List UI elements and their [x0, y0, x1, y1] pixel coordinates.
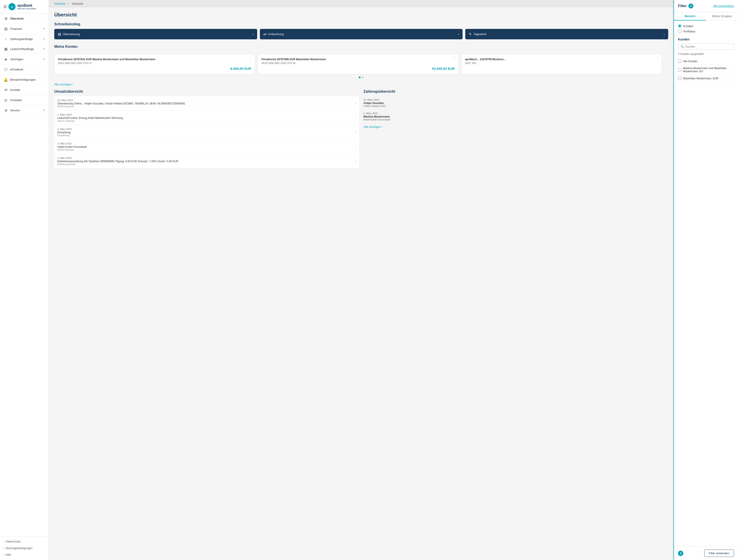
- tageslimit-icon: ✎: [469, 32, 472, 36]
- sidebar-item-finanzen[interactable]: ▤ Finanzen ▼: [0, 24, 49, 34]
- transaction-date-3: 3. März 2023: [57, 142, 87, 145]
- checkbox-maxima_maximilian[interactable]: [678, 68, 681, 72]
- transaction-item-0[interactable]: 10. März 2023 Überweisung Online; ; Antj…: [54, 96, 359, 111]
- transaction-item-1[interactable]: 3. März 2023 Lastschrift online; Einzug …: [54, 111, 359, 125]
- transaction-desc-3: Anteil Kosten Kurzurlaub: [57, 145, 87, 148]
- produkte-icon: ◎: [4, 98, 8, 102]
- checkbox-label-maximilian: Maximilian Mustermann, EUR: [683, 77, 734, 80]
- footer-item-datenschutz[interactable]: ›Datenschutz: [0, 538, 49, 545]
- transaction-date-0: 10. März 2023: [57, 99, 185, 101]
- konto-menu-2[interactable]: ⋮: [656, 57, 659, 60]
- umsatz-list: 10. März 2023 Überweisung Online; ; Antj…: [54, 96, 359, 168]
- radio-kunden[interactable]: [678, 24, 682, 28]
- kunden-search-box[interactable]: 🔍: [678, 43, 734, 50]
- zahlung-name-1: Maxima Mustermann: [363, 115, 668, 118]
- sidebar-item-vermoegen[interactable]: ◈ Vermögen ▼: [0, 54, 49, 64]
- konto-menu-1[interactable]: ⋮: [453, 57, 456, 60]
- konto-iban-2: DE87 300...: [465, 62, 658, 64]
- transaction-date-4: 3. März 2023: [57, 157, 178, 159]
- checkbox-label-alle_kunden: Alle Kunden: [683, 60, 734, 63]
- konto-title-0: Privatkonto 28797631 EUR Maxima Musterma…: [58, 58, 251, 61]
- konto-card-1: ⋮ Privatkonto 28797596 EUR Maximilian Mu…: [258, 54, 458, 74]
- breadcrumb-home[interactable]: Startseite: [54, 2, 66, 5]
- zahlung-list: 10. März 2023 Antjee Gouzdea Urlaub Holl…: [363, 96, 668, 123]
- checkbox-item-maxima_maximilian[interactable]: Maxima Mustermann und Maximilian Musterm…: [678, 65, 734, 75]
- sidebar-item-kontakt[interactable]: ✉ Kontakt: [0, 85, 49, 95]
- transaction-sub-4: Erhöhung Kredit: [57, 163, 178, 165]
- zahlung-desc-1: Anteil Kosten Kurzurlaub: [363, 118, 668, 121]
- pagination-dots: [54, 76, 668, 78]
- umbuchung-icon: ⇄: [264, 32, 266, 36]
- radio-portfolios[interactable]: [678, 30, 682, 33]
- konto-iban-0: DE53 3006 0601 0028 7976 31: [58, 62, 251, 64]
- umsatzuebersicht: Umsatzübersicht 10. März 2023 Überweisun…: [54, 90, 359, 168]
- sidebar-item-label-produkte: Produkte: [10, 98, 22, 102]
- umbuchung-button[interactable]: ⇄ Umbuchung ›: [260, 29, 463, 39]
- service-icon: ⊕: [4, 108, 8, 112]
- step-badge: 3: [678, 551, 683, 556]
- filter-apply-button[interactable]: Filter anwenden: [704, 550, 734, 557]
- konten-container: ⋮ Privatkonto 28797631 EUR Maxima Muster…: [54, 54, 668, 78]
- arrow-right-icon: ›: [382, 125, 383, 128]
- hamburger-icon[interactable]: ☰: [4, 5, 7, 9]
- filter-tab-bereich[interactable]: Bereich: [674, 12, 706, 20]
- chevron-down-icon: ▼: [43, 28, 45, 30]
- sidebar-item-produkte[interactable]: ◎ Produkte: [0, 95, 49, 105]
- kunden-search-input[interactable]: [685, 45, 732, 48]
- transaction-item-3[interactable]: 3. März 2023 Anteil Kosten Kurzurlaub SE…: [54, 139, 359, 154]
- konto-iban-1: DE28 3006 0601 0028 7975 96: [262, 62, 455, 64]
- konten-scroll: ⋮ Privatkonto 28797631 EUR Maxima Muster…: [54, 54, 668, 74]
- quick-actions: ▤ Überweisung › ⇄ Umbuchung › ✎ Tageslim…: [54, 29, 668, 39]
- arrow-icon: ›: [4, 540, 4, 543]
- radio-label-kunden: Kunden: [683, 24, 693, 28]
- checkbox-item-maximilian[interactable]: Maximilian Mustermann, EUR: [678, 75, 734, 82]
- arrow-right-icon: ›: [458, 32, 459, 36]
- transaction-desc-2: Einzahlung: [57, 131, 72, 134]
- ueberweisung-button[interactable]: ▤ Überweisung ›: [54, 29, 257, 39]
- zahlung-name-0: Antjee Gouzdea: [363, 101, 668, 105]
- transaction-sub-2: Einzahlung: [57, 134, 72, 137]
- konto-card-0: ⋮ Privatkonto 28797631 EUR Maxima Muster…: [54, 54, 255, 74]
- dot-1[interactable]: [359, 76, 361, 78]
- radio-item-kunden[interactable]: Kunden: [678, 24, 734, 28]
- sidebar-item-epostkorb[interactable]: ☐ ePostkorb: [0, 64, 49, 75]
- transaction-item-4[interactable]: 3. März 2023 Darlehensauszahlung (für Da…: [54, 154, 359, 168]
- radio-item-portfolios[interactable]: Portfolios: [678, 30, 734, 33]
- footer-item-hilfe[interactable]: ›Hilfe: [0, 552, 49, 558]
- transaction-desc-0: Überweisung Online; ; Antjee Gouzdea; Ur…: [57, 102, 185, 105]
- dot-2[interactable]: [362, 76, 364, 78]
- sidebar-item-uebersicht[interactable]: ⊙ Übersicht: [0, 14, 49, 24]
- sidebar-item-label-lastschriftauftraege: Lastschriftaufträge: [10, 47, 34, 51]
- benachrichtigungen-icon: 🔔: [4, 78, 8, 82]
- checkbox-alle_kunden[interactable]: [678, 60, 681, 63]
- transaction-item-2[interactable]: 3. März 2023 Einzahlung Einzahlung ›: [54, 125, 359, 139]
- zahlung-item-1: 3. März 2023 Maxima Mustermann Anteil Ko…: [363, 110, 668, 123]
- sidebar-item-label-finanzen: Finanzen: [10, 27, 22, 30]
- arrow-right-icon: ›: [253, 32, 254, 36]
- chevron-right-icon: ›: [355, 145, 356, 148]
- sidebar-item-zahlungsauftraege[interactable]: ↕ Zahlungsaufträge ▼: [0, 34, 49, 44]
- schnelleinstieg-title: Schnelleinstieg: [54, 22, 668, 26]
- filter-tab-meine_gruppen[interactable]: Meine Gruppen: [706, 12, 738, 20]
- chevron-down-icon: ▼: [43, 48, 45, 50]
- sidebar-item-lastschriftauftraege[interactable]: ▦ Lastschriftaufträge ▼: [0, 44, 49, 54]
- sidebar-item-benachrichtigungen[interactable]: 🔔 Benachrichtigungen: [0, 75, 49, 85]
- footer-item-nutzungsbedingungen[interactable]: ›Nutzungsbedingungen: [0, 545, 49, 552]
- konto-title-2: apoWach... 11879759 Musterm...: [465, 58, 658, 61]
- radio-label-portfolios: Portfolios: [683, 30, 695, 33]
- filter-reset-button[interactable]: Alle zurücksetzen: [713, 4, 734, 8]
- sidebar-item-label-service: Service: [10, 109, 20, 112]
- chevron-right-icon: ›: [72, 83, 73, 86]
- chevron-right-icon: ›: [355, 116, 356, 119]
- filter-header: Filter 2 Alle zurücksetzen: [674, 0, 738, 12]
- alle-anzeigen-zahlung[interactable]: Alle anzeigen ›: [363, 125, 668, 128]
- tageslimit-button[interactable]: ✎ Tageslimit ›: [465, 29, 668, 39]
- checkbox-item-alle_kunden[interactable]: Alle Kunden: [678, 58, 734, 65]
- konto-menu-0[interactable]: ⋮: [249, 57, 252, 60]
- transaction-desc-1: Lastschrift online; Einzug Anteil Nebenk…: [57, 116, 123, 119]
- two-col-section: Umsatzübersicht 10. März 2023 Überweisun…: [54, 90, 668, 168]
- checkbox-maximilian[interactable]: [678, 77, 681, 80]
- alle-anzeigen-konten[interactable]: Alle anzeigen ›: [54, 83, 668, 86]
- sidebar-item-service[interactable]: ⊕ Service ▼: [0, 105, 49, 115]
- chevron-down-icon: ▼: [43, 109, 45, 111]
